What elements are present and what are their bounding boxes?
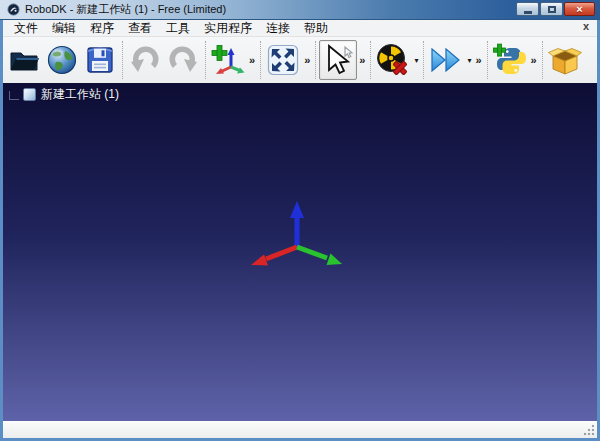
y-axis-green (297, 247, 327, 258)
menu-edit[interactable]: 编辑 (45, 20, 83, 36)
menu-tools[interactable]: 工具 (159, 20, 197, 36)
station-icon (23, 88, 36, 101)
toolbar-separator (487, 41, 488, 79)
robodk-window: RoboDK - 新建工作站 (1) - Free (Limited) × 文件… (0, 0, 600, 441)
collision-check-button[interactable] (374, 40, 412, 80)
online-library-button[interactable] (43, 40, 81, 80)
world-frame-axes[interactable] (230, 186, 370, 296)
collision-check-off-icon (376, 43, 410, 77)
collision-dropdown-caret[interactable]: ▾ (412, 56, 420, 65)
tree-item-station[interactable]: 新建工作站 (1) (23, 86, 119, 103)
toolbar-overflow-chevron[interactable]: » (302, 54, 312, 66)
menu-file[interactable]: 文件 (7, 20, 45, 36)
station-tree: 新建工作站 (1) (9, 86, 119, 103)
redo-icon (167, 44, 199, 76)
tree-branch-line (9, 91, 19, 100)
toolbar-overflow-chevron[interactable]: » (529, 54, 539, 66)
maximize-button[interactable] (540, 2, 563, 16)
fit-view-icon (267, 44, 299, 76)
open-button[interactable] (5, 40, 43, 80)
fast-simulation-button[interactable] (427, 40, 465, 80)
cursor-select-icon (321, 43, 355, 77)
menu-connect[interactable]: 连接 (259, 20, 297, 36)
add-python-program-button[interactable] (491, 40, 529, 80)
toolbar-separator (205, 41, 206, 79)
redo-button[interactable] (164, 40, 202, 80)
add-reference-frame-button[interactable] (209, 40, 247, 80)
resize-grip[interactable] (583, 424, 595, 436)
statusbar (3, 421, 597, 438)
add-reference-frame-icon (211, 44, 245, 76)
viewport-3d[interactable]: 新建工作站 (1) (3, 83, 597, 421)
station-label: 新建工作站 (1) (41, 86, 119, 103)
y-axis-arrowhead (327, 254, 343, 266)
online-library-globe-icon (46, 44, 78, 76)
main-toolbar: » » (3, 37, 597, 83)
menu-utilities[interactable]: 实用程序 (197, 20, 259, 36)
x-axis-arrowhead (251, 255, 268, 266)
minimize-button[interactable] (516, 2, 539, 16)
maximize-glyph (548, 6, 556, 13)
fast-simulation-icon (429, 45, 463, 75)
z-axis-arrowhead (290, 201, 304, 218)
toolbar-separator (315, 41, 316, 79)
undo-icon (129, 44, 161, 76)
toolbar-overflow-chevron[interactable]: » (357, 54, 367, 66)
menu-program[interactable]: 程序 (83, 20, 121, 36)
titlebar[interactable]: RoboDK - 新建工作站 (1) - Free (Limited) × (0, 0, 600, 20)
toolbar-separator (370, 41, 371, 79)
toolbar-separator (260, 41, 261, 79)
fit-view-button[interactable] (264, 40, 302, 80)
toolbar-separator (122, 41, 123, 79)
menubar: 文件 编辑 程序 查看 工具 实用程序 连接 帮助 x (3, 20, 597, 37)
toolbar-separator (423, 41, 424, 79)
add-python-program-icon (493, 43, 527, 77)
save-station-icon (84, 44, 116, 76)
undo-button[interactable] (126, 40, 164, 80)
robodk-logo-icon (7, 3, 20, 16)
simulation-speed-caret[interactable]: ▾ (465, 56, 473, 65)
save-button[interactable] (81, 40, 119, 80)
window-title: RoboDK - 新建工作站 (1) - Free (Limited) (25, 2, 226, 17)
menu-view[interactable]: 查看 (121, 20, 159, 36)
export-package-icon (548, 44, 582, 76)
close-button[interactable]: × (564, 2, 595, 16)
minimize-glyph (524, 11, 532, 14)
x-axis-red (266, 247, 297, 259)
toolbar-overflow-chevron[interactable]: » (473, 54, 483, 66)
menu-help[interactable]: 帮助 (297, 20, 335, 36)
toolbar-separator (542, 41, 543, 79)
toolbar-overflow-chevron[interactable]: » (247, 54, 257, 66)
export-package-button[interactable] (546, 40, 584, 80)
cursor-select-button[interactable] (319, 40, 357, 80)
menubar-close-button[interactable]: x (583, 20, 589, 32)
open-folder-icon (8, 44, 40, 76)
